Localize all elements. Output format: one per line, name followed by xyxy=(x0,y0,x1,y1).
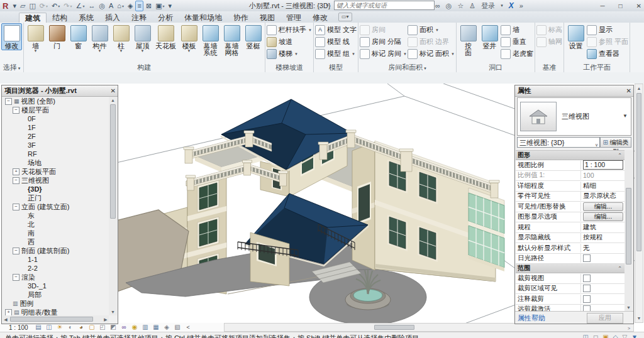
property-value[interactable] xyxy=(581,284,625,294)
property-value[interactable]: 建筑 xyxy=(581,222,625,232)
chevron-down-icon[interactable]: ▼ xyxy=(623,113,628,119)
tag-room-button[interactable]: 标记 房间▼ xyxy=(360,48,407,59)
signin-label[interactable]: 登录 xyxy=(481,1,495,11)
tree-item-2F[interactable]: 2F xyxy=(3,132,109,141)
curtain-grid-button[interactable]: 幕墙 网格 xyxy=(221,23,242,57)
roof-button[interactable]: 屋顶▼ xyxy=(132,23,153,53)
view-scale-button[interactable]: 1 : 100 xyxy=(9,324,28,331)
collapse-icon[interactable]: − xyxy=(13,274,19,281)
tab-插入[interactable]: 插入 xyxy=(99,13,126,23)
sync-icon[interactable]: ⟳▾ xyxy=(38,1,49,11)
wall-opening-button[interactable]: 墙 xyxy=(501,25,533,35)
panel-label-工作平面[interactable]: 工作平面 xyxy=(565,63,628,72)
by-face-button[interactable]: 按 面 xyxy=(458,23,479,57)
checkbox[interactable] xyxy=(583,295,591,303)
model-text-button[interactable]: A模型 文字 xyxy=(315,25,357,35)
property-value[interactable]: 1 : 100 xyxy=(581,160,625,170)
open-icon[interactable]: ▱ xyxy=(19,1,26,11)
properties-help-link[interactable]: 属性帮助 xyxy=(518,313,545,323)
expand-icon[interactable]: + xyxy=(5,309,12,316)
model-line-button[interactable]: 模型 线 xyxy=(315,36,357,47)
tab-分析[interactable]: 分析 xyxy=(152,13,179,23)
thin-lines-icon[interactable]: ≡ xyxy=(135,1,143,11)
stair-button[interactable]: 楼梯▼ xyxy=(267,48,312,59)
tag-by-category-icon[interactable]: ◎ xyxy=(97,1,106,11)
edit-type-button[interactable]: ⊞ 编辑类型 xyxy=(600,137,631,148)
viewer-button[interactable]: 查看器 xyxy=(587,48,628,59)
collapse-icon[interactable]: − xyxy=(5,98,12,105)
project-browser-title[interactable]: 项目浏览器 - 小别墅.rvt ✕ xyxy=(2,85,118,97)
tab-系统[interactable]: 系统 xyxy=(73,13,99,23)
property-section-图形[interactable]: 图形⌃ xyxy=(516,151,625,160)
sun-path-icon[interactable]: ☀ xyxy=(56,324,64,332)
select-by-face-icon[interactable]: ◇ xyxy=(613,334,618,338)
select-links-icon[interactable]: ◫ xyxy=(582,334,588,338)
tree-item-楼层平面[interactable]: −楼层平面 xyxy=(3,106,109,114)
project-browser-hscrollbar[interactable]: ◀▶ xyxy=(3,315,109,323)
instance-selector[interactable]: 三维视图: {3D} ∨ xyxy=(517,137,600,148)
tree-item-局部[interactable]: 局部 xyxy=(3,290,109,299)
edit-button[interactable]: 编辑... xyxy=(583,202,623,211)
displacement-sets-icon[interactable]: ◈ xyxy=(163,324,171,332)
mullion-button[interactable]: 竖梃 xyxy=(243,23,264,50)
type-selector[interactable]: 三维视图 ▼ xyxy=(517,97,631,136)
tree-item-渲染[interactable]: −渲染 xyxy=(3,273,109,281)
vcb-collapse-icon[interactable]: < xyxy=(187,324,190,330)
tag-area-button[interactable]: 标记 面积▼ xyxy=(408,48,455,59)
collapse-icon[interactable]: − xyxy=(13,177,19,184)
hide-analytical-model-icon[interactable]: ▦ xyxy=(152,324,160,332)
close-icon[interactable]: ✕ xyxy=(111,86,116,96)
checkbox[interactable] xyxy=(583,275,591,282)
drawing-hscrollbar[interactable]: > xyxy=(224,323,634,332)
drawing-vscrollbar[interactable]: ▲▼ xyxy=(635,84,643,323)
panel-label-洞口[interactable]: 洞口 xyxy=(458,63,533,72)
component-button[interactable]: 构件▼ xyxy=(89,23,110,53)
ramp-button[interactable]: 坡道 xyxy=(267,36,312,47)
tree-item-3F[interactable]: 3F xyxy=(3,141,109,150)
model-group-button[interactable]: 模型 组▼ xyxy=(315,48,357,59)
close-hidden-windows-icon[interactable]: ⊠ xyxy=(145,1,153,11)
collapse-icon[interactable]: − xyxy=(13,107,19,114)
tab-管理[interactable]: 管理 xyxy=(280,13,307,23)
close-icon[interactable]: ✕ xyxy=(626,86,631,96)
railing-button[interactable]: 栏杆扶手▼ xyxy=(267,25,312,35)
default-3d-view-icon[interactable]: ⌂▾ xyxy=(116,1,125,11)
save-icon[interactable]: ◫ xyxy=(28,1,36,11)
tree-item-视图 (全部)[interactable]: −▦视图 (全部) xyxy=(3,97,109,106)
favorites-icon[interactable]: ☆ xyxy=(457,2,464,10)
property-input[interactable]: 1 : 100 xyxy=(583,160,623,170)
tab-注释[interactable]: 注释 xyxy=(126,13,152,23)
aligned-dimension-icon[interactable]: ↔ xyxy=(87,1,96,11)
revit-app-button[interactable]: R xyxy=(1,1,10,11)
tree-item-1-1[interactable]: 1-1 xyxy=(3,255,109,264)
redo-icon[interactable]: ↷▾ xyxy=(62,1,73,11)
window-button[interactable]: 窗 xyxy=(68,23,89,50)
collapse-icon[interactable]: − xyxy=(13,204,19,210)
ceiling-button[interactable]: 天花板 xyxy=(153,23,178,50)
tree-item-立面 (建筑立面)[interactable]: −立面 (建筑立面) xyxy=(3,202,109,211)
property-value[interactable]: 100 xyxy=(581,171,625,181)
switch-windows-icon[interactable]: ▣▾ xyxy=(154,1,165,11)
search-button[interactable]: ∞ xyxy=(435,2,440,9)
visual-style-icon[interactable]: ◫ xyxy=(45,324,53,332)
property-value[interactable]: 编辑... xyxy=(581,202,625,212)
property-section-范围[interactable]: 范围⌃ xyxy=(516,264,625,273)
panel-label-模型[interactable]: 模型 xyxy=(315,63,357,72)
select-underlay-icon[interactable]: ◻ xyxy=(593,334,598,338)
tree-item-三维视图[interactable]: −三维视图 xyxy=(3,176,109,185)
signin-icon[interactable]: ♙ xyxy=(469,2,475,10)
expand-icon[interactable]: + xyxy=(13,168,19,175)
tree-item-{3D}[interactable]: {3D} xyxy=(3,185,109,194)
tree-item-场地[interactable]: 场地 xyxy=(3,158,109,167)
shadows-icon[interactable]: ◐ xyxy=(67,324,75,332)
vertical-opening-button[interactable]: 垂直 xyxy=(501,36,533,47)
reveal-hidden-elements-icon[interactable]: ◉ xyxy=(131,324,139,332)
show-crop-region-icon[interactable]: ◰ xyxy=(99,324,107,332)
property-value[interactable] xyxy=(581,273,625,283)
area-button[interactable]: 面积▼ xyxy=(408,25,455,35)
property-value[interactable] xyxy=(581,294,625,304)
close-button[interactable]: ✕ xyxy=(636,3,641,9)
apply-button[interactable]: 应用 xyxy=(587,313,623,324)
room-separator-button[interactable]: 房间 分隔 xyxy=(360,36,407,47)
cursor-button[interactable]: 修改 xyxy=(1,23,22,50)
